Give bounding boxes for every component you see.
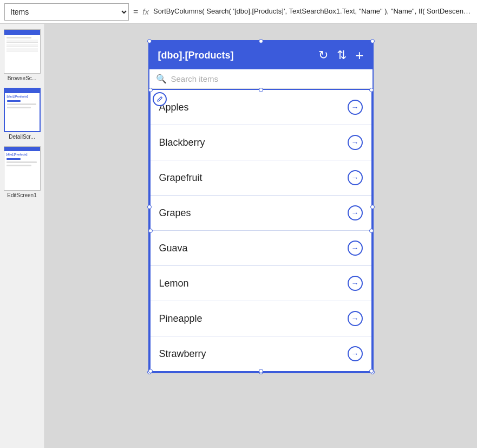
sidebar-browse-label: BrowseSc... (8, 75, 36, 81)
handle-tr[interactable] (370, 39, 375, 43)
list-item-name: Strawberry (159, 348, 206, 360)
app-header-title: [dbo].[Products] (158, 50, 234, 61)
list-item-name: Grapefruit (159, 172, 202, 184)
list-item-arrow[interactable]: → (348, 276, 363, 291)
canvas-area: [dbo].[Products] ↻ ⇅ + 🔍 Search items (44, 24, 477, 448)
handle-ml[interactable] (147, 205, 152, 209)
list-item-arrow[interactable]: → (348, 135, 363, 150)
list-item-arrow[interactable]: → (348, 205, 363, 220)
list-item-arrow[interactable]: → (348, 170, 363, 185)
formula-bar-equals: = (133, 7, 138, 17)
list-area: Apples → Blackberry → Grapefruit → Grape… (149, 89, 373, 372)
app-frame: [dbo].[Products] ↻ ⇅ + 🔍 Search items (148, 40, 374, 373)
sidebar-item-edit[interactable]: [dbo].[Products] EditScreen1 (3, 146, 42, 198)
list-handle-mr[interactable] (369, 229, 374, 233)
list-item[interactable]: Grapes → (151, 196, 371, 231)
list-item-name: Lemon (159, 278, 189, 289)
search-placeholder: Search items (171, 74, 219, 83)
main-area: BrowseSc... [dbo].[Products] DetailScr..… (0, 24, 477, 448)
formula-bar-fx-icon: fx (142, 7, 149, 16)
detail-thumbnail: [dbo].[Products] (4, 88, 41, 132)
sidebar-item-browse[interactable]: BrowseSc... (3, 29, 42, 81)
list-item-name: Grapes (159, 207, 191, 219)
list-item-arrow[interactable]: → (348, 100, 363, 115)
list-item-name: Pineapple (159, 313, 202, 324)
list-item[interactable]: Pineapple → (151, 301, 371, 336)
edit-pencil-button[interactable] (153, 92, 167, 106)
list-handle-ml[interactable] (148, 229, 153, 233)
formula-bar: Items = fx SortByColumns( Search( '[dbo]… (0, 0, 477, 24)
list-item-arrow[interactable]: → (348, 311, 363, 326)
pencil-icon (156, 95, 164, 103)
list-item[interactable]: Strawberry → (151, 336, 371, 371)
list-item[interactable]: Blackberry → (151, 125, 371, 160)
list-handle-bl[interactable] (148, 369, 153, 373)
list-handle-tl[interactable] (148, 88, 153, 92)
handle-tl[interactable] (147, 39, 152, 43)
list-item[interactable]: Grapefruit → (151, 160, 371, 196)
app-header-icons: ↻ ⇅ + (318, 47, 363, 64)
handle-tc[interactable] (259, 39, 263, 43)
browse-thumbnail (4, 29, 41, 74)
list-handle-bm[interactable] (259, 369, 263, 373)
list-item-arrow[interactable]: → (348, 241, 363, 256)
handle-mr[interactable] (370, 205, 375, 209)
list-item[interactable]: Apples → (151, 90, 371, 125)
list-item[interactable]: Lemon → (151, 266, 371, 301)
list-handle-tr[interactable] (369, 88, 374, 92)
list-selection: Apples → Blackberry → Grapefruit → Grape… (149, 89, 373, 372)
sort-icon[interactable]: ⇅ (337, 48, 347, 62)
refresh-icon[interactable]: ↻ (318, 48, 328, 62)
app-header: [dbo].[Products] ↻ ⇅ + (149, 41, 373, 69)
search-bar[interactable]: 🔍 Search items (149, 69, 373, 89)
list-item[interactable]: Guava → (151, 231, 371, 266)
edit-thumbnail: [dbo].[Products] (4, 146, 41, 191)
add-icon[interactable]: + (355, 47, 363, 64)
list-item-name: Guava (159, 243, 188, 254)
list-item-name: Blackberry (159, 137, 205, 148)
sidebar-edit-label: EditScreen1 (7, 192, 36, 198)
list-handle-br[interactable] (369, 369, 374, 373)
list-item-arrow[interactable]: → (348, 346, 363, 361)
sidebar: BrowseSc... [dbo].[Products] DetailScr..… (0, 24, 44, 448)
formula-bar-formula: SortByColumns( Search( '[dbo].[Products]… (153, 7, 473, 16)
sidebar-item-detail[interactable]: [dbo].[Products] DetailScr... (3, 88, 42, 140)
sidebar-detail-label: DetailScr... (9, 134, 35, 140)
search-icon: 🔍 (156, 74, 167, 84)
formula-bar-select[interactable]: Items (4, 3, 129, 21)
list-handle-tm[interactable] (259, 88, 263, 92)
